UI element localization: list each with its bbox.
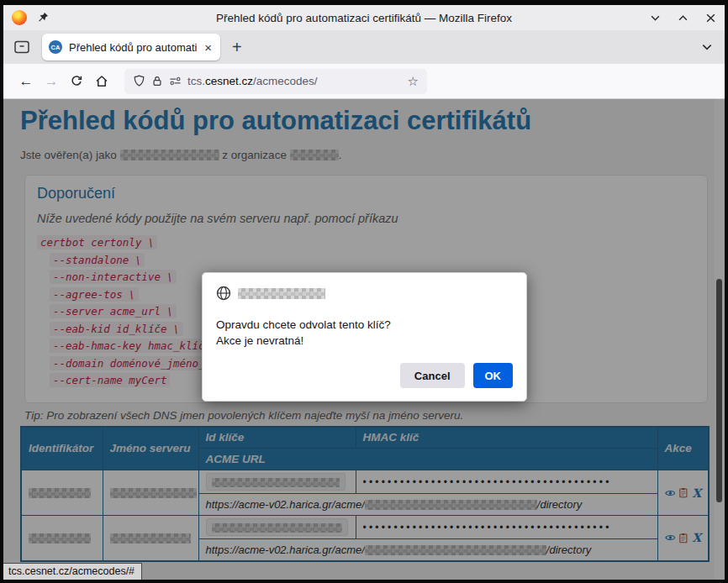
browser-window: Přehled kódů pro automatizaci certifikát… <box>0 0 728 583</box>
globe-icon <box>216 286 231 301</box>
title-bar: Přehled kódů pro automatizaci certifikát… <box>3 5 725 30</box>
site-favicon: CA <box>49 40 62 54</box>
back-button[interactable]: ← <box>13 69 39 94</box>
dialog-message: Opravdu chcete odvolat tento klíč? Akce … <box>216 317 513 349</box>
window-title: Přehled kódů pro automatizaci certifikát… <box>3 12 725 24</box>
list-all-tabs-icon[interactable] <box>701 41 713 53</box>
forward-button[interactable]: → <box>39 69 64 94</box>
home-button[interactable] <box>89 69 114 94</box>
permissions-icon[interactable] <box>169 76 182 87</box>
reload-button[interactable] <box>64 69 89 94</box>
bookmark-star-icon[interactable]: ☆ <box>408 74 419 89</box>
new-tab-button[interactable]: + <box>232 38 242 57</box>
close-button[interactable] <box>705 13 716 24</box>
tab-active[interactable]: CA Přehled kódů pro automati × <box>42 34 220 60</box>
tab-title: Přehled kódů pro automati <box>69 41 197 54</box>
tab-close-icon[interactable]: × <box>203 41 214 54</box>
confirm-dialog: Opravdu chcete odvolat tento klíč? Akce … <box>202 272 527 402</box>
cancel-button[interactable]: Cancel <box>400 363 465 388</box>
navigation-bar: ← → tcs.cesnet.cz/acmecodes/ ☆ <box>3 64 725 99</box>
status-link-tooltip: tcs.cesnet.cz/acmecodes/# <box>3 563 142 580</box>
page-content: Přehled kódů pro automatizaci certifikát… <box>3 99 725 580</box>
firefox-view-icon[interactable] <box>10 35 34 59</box>
url-bar[interactable]: tcs.cesnet.cz/acmecodes/ ☆ <box>124 69 427 94</box>
tab-bar: CA Přehled kódů pro automati × + <box>3 30 725 64</box>
ok-button[interactable]: OK <box>473 363 514 388</box>
lock-icon[interactable] <box>151 75 163 87</box>
url-text: tcs.cesnet.cz/acmecodes/ <box>187 75 318 87</box>
maximize-button[interactable] <box>678 13 688 24</box>
redacted-dialog-domain <box>238 288 325 299</box>
shield-icon[interactable] <box>133 75 145 87</box>
minimize-button[interactable] <box>650 13 661 24</box>
